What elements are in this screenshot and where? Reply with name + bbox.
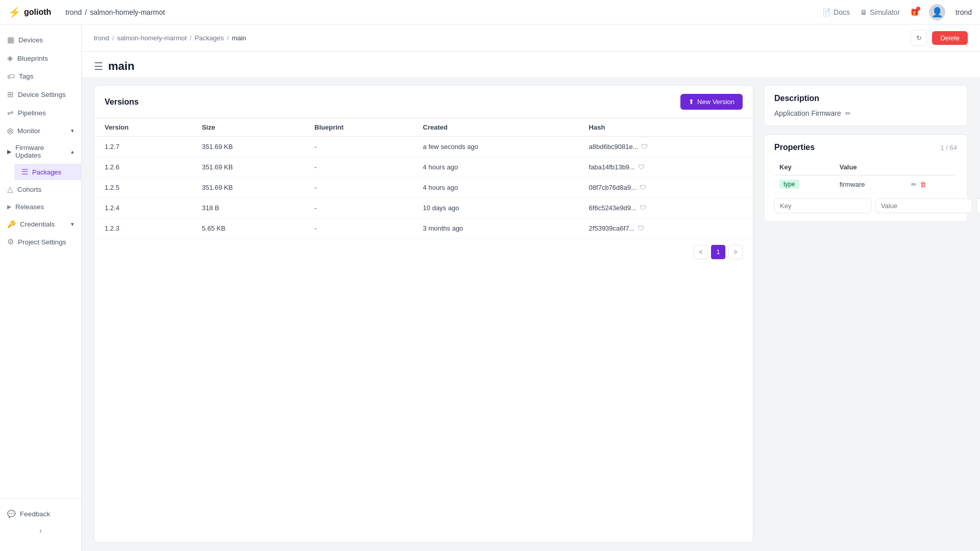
add-property-button[interactable]: Add bbox=[976, 198, 980, 213]
copy-hash-icon[interactable]: 🛡 bbox=[638, 163, 645, 171]
sidebar-label-project-settings: Project Settings bbox=[18, 238, 66, 246]
simulator-icon: 🖥 bbox=[860, 8, 867, 16]
topnav-breadcrumb: trond / salmon-homely-marmot bbox=[65, 8, 165, 16]
prop-edit-icon[interactable]: ✏ bbox=[911, 181, 917, 188]
hash-cell: faba14fb13b9... 🛡 bbox=[579, 157, 753, 178]
firmware-updates-chevron-icon: ▴ bbox=[71, 148, 74, 155]
blueprint-cell: - bbox=[304, 137, 413, 157]
props-title: Properties bbox=[774, 143, 815, 152]
breadcrumb-sep3: / bbox=[227, 34, 229, 42]
blueprint-cell: - bbox=[304, 178, 413, 198]
table-row[interactable]: 1.2.7 351.69 KB - a few seconds ago a8bd… bbox=[94, 137, 753, 157]
hash-cell: 6f6c5243e9d9... 🛡 bbox=[579, 198, 753, 218]
breadcrumb-sep2: / bbox=[190, 34, 192, 42]
logo-text: golioth bbox=[24, 8, 51, 17]
sidebar-item-cohorts[interactable]: △ Cohorts bbox=[0, 180, 81, 198]
sidebar-item-monitor[interactable]: ◎ Monitor ▾ bbox=[0, 122, 81, 139]
size-cell: 351.69 KB bbox=[191, 157, 304, 178]
refresh-button[interactable]: ↻ bbox=[911, 30, 927, 46]
simulator-link[interactable]: 🖥 Simulator bbox=[860, 8, 900, 16]
col-blueprint: Blueprint bbox=[304, 118, 413, 137]
topnav-user: trond bbox=[65, 8, 82, 16]
new-version-button[interactable]: ⬆ New Version bbox=[680, 94, 743, 110]
sidebar-item-blueprints[interactable]: ◈ Blueprints bbox=[0, 49, 81, 67]
description-edit-icon[interactable]: ✏ bbox=[845, 110, 851, 117]
col-created: Created bbox=[413, 118, 579, 137]
versions-table: Version Size Blueprint Created Hash 1.2.… bbox=[94, 118, 753, 238]
gift-button[interactable]: 🎁 bbox=[910, 8, 919, 16]
pagination-prev[interactable]: < bbox=[694, 245, 708, 259]
blueprint-cell: - bbox=[304, 218, 413, 239]
versions-header: Versions ⬆ New Version bbox=[94, 86, 753, 118]
pagination-page-1[interactable]: 1 bbox=[711, 245, 725, 259]
cohorts-icon: △ bbox=[7, 185, 13, 194]
created-cell: 3 months ago bbox=[413, 218, 579, 239]
breadcrumb-user[interactable]: trond bbox=[94, 34, 109, 42]
sidebar-item-releases[interactable]: ▶ Releases bbox=[0, 198, 81, 215]
add-property-row: Add bbox=[774, 198, 957, 213]
description-title: Description bbox=[774, 94, 957, 103]
sidebar-item-packages[interactable]: ☰ Packages bbox=[14, 164, 81, 180]
sidebar-item-tags[interactable]: 🏷 Tags bbox=[0, 67, 81, 85]
col-size: Size bbox=[191, 118, 304, 137]
sidebar-label-tags: Tags bbox=[19, 72, 34, 80]
breadcrumb-project[interactable]: salmon-homely-marmot bbox=[117, 34, 187, 42]
new-value-input[interactable] bbox=[875, 198, 972, 213]
copy-hash-icon[interactable]: 🛡 bbox=[641, 143, 648, 151]
description-type-row: Application Firmware ✏ bbox=[774, 109, 957, 117]
logo-icon: ⚡ bbox=[8, 6, 21, 18]
sidebar-item-pipelines[interactable]: ⇌ Pipelines bbox=[0, 104, 81, 122]
description-panel: Description Application Firmware ✏ bbox=[764, 85, 968, 126]
sidebar-item-credentials[interactable]: 🔑 Credentials ▾ bbox=[0, 215, 81, 233]
pagination: < 1 > bbox=[94, 238, 753, 265]
right-panel: Description Application Firmware ✏ Prope… bbox=[764, 85, 968, 543]
sidebar-item-device-settings[interactable]: ⊞ Device Settings bbox=[0, 85, 81, 104]
table-row[interactable]: 1.2.6 351.69 KB - 4 hours ago faba14fb13… bbox=[94, 157, 753, 178]
sidebar: ▦ Devices ◈ Blueprints 🏷 Tags ⊞ Device S… bbox=[0, 24, 82, 551]
sidebar-bottom: 💬 Feedback ‹ bbox=[0, 498, 81, 545]
sidebar-collapse-button[interactable]: ‹ bbox=[0, 522, 81, 539]
copy-hash-icon[interactable]: 🛡 bbox=[640, 204, 646, 212]
user-name[interactable]: trond bbox=[955, 8, 972, 16]
blueprints-icon: ◈ bbox=[7, 54, 13, 63]
page-title-row: ☰ main bbox=[82, 52, 980, 77]
sidebar-sub-firmware: ☰ Packages bbox=[0, 164, 81, 180]
project-settings-icon: ⚙ bbox=[7, 237, 14, 246]
size-cell: 318 B bbox=[191, 198, 304, 218]
copy-hash-icon[interactable]: 🛡 bbox=[640, 184, 646, 191]
sidebar-label-packages: Packages bbox=[32, 168, 61, 176]
breadcrumb-packages[interactable]: Packages bbox=[194, 34, 224, 42]
version-cell: 1.2.7 bbox=[94, 137, 191, 157]
sidebar-item-devices[interactable]: ▦ Devices bbox=[0, 31, 81, 49]
gift-notification-dot bbox=[916, 7, 920, 11]
size-cell: 351.69 KB bbox=[191, 137, 304, 157]
prop-delete-icon[interactable]: 🗑 bbox=[920, 181, 926, 188]
releases-icon: ▶ bbox=[7, 204, 11, 210]
sidebar-label-firmware-updates: Firmware Updates bbox=[15, 144, 67, 159]
logo[interactable]: ⚡ golioth bbox=[8, 6, 51, 18]
pipelines-icon: ⇌ bbox=[7, 108, 14, 117]
devices-icon: ▦ bbox=[7, 35, 14, 44]
content-area: Versions ⬆ New Version Version Size Blue… bbox=[82, 77, 980, 551]
sidebar-item-project-settings[interactable]: ⚙ Project Settings bbox=[0, 233, 81, 251]
sidebar-label-devices: Devices bbox=[18, 36, 43, 44]
copy-hash-icon[interactable]: 🛡 bbox=[638, 224, 644, 232]
version-cell: 1.2.4 bbox=[94, 198, 191, 218]
props-header: Properties 1 / 64 bbox=[774, 143, 957, 152]
prop-actions: ✏ 🗑 bbox=[906, 176, 957, 193]
avatar[interactable]: 👤 bbox=[929, 4, 945, 20]
prop-value: firmware bbox=[835, 176, 906, 193]
table-row[interactable]: 1.2.3 5.65 KB - 3 months ago 2f53939ca6f… bbox=[94, 218, 753, 239]
col-hash: Hash bbox=[579, 118, 753, 137]
delete-button[interactable]: Delete bbox=[932, 31, 968, 45]
feedback-link[interactable]: 💬 Feedback bbox=[0, 505, 81, 522]
table-row[interactable]: 1.2.4 318 B - 10 days ago 6f6c5243e9d9..… bbox=[94, 198, 753, 218]
refresh-icon: ↻ bbox=[916, 34, 922, 42]
new-key-input[interactable] bbox=[774, 198, 871, 213]
sidebar-item-firmware-updates[interactable]: ▶ Firmware Updates ▴ bbox=[0, 139, 81, 164]
pagination-next[interactable]: > bbox=[728, 245, 743, 259]
table-row[interactable]: 1.2.5 351.69 KB - 4 hours ago 08f7cb76d8… bbox=[94, 178, 753, 198]
hash-cell: a8bd6bc9081e... 🛡 bbox=[579, 137, 753, 157]
created-cell: 4 hours ago bbox=[413, 178, 579, 198]
docs-link[interactable]: 📄 Docs bbox=[822, 8, 850, 16]
